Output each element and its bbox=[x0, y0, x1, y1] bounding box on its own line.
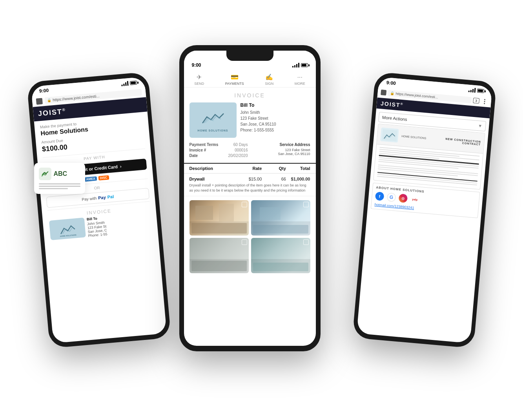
more-label: MORE bbox=[295, 82, 305, 86]
more-icon: ··· bbox=[297, 74, 303, 81]
discover-badge: DISC bbox=[98, 175, 109, 180]
home-icon bbox=[36, 98, 42, 104]
date-label: Date bbox=[190, 153, 198, 158]
joist-brand-left: JOIST® bbox=[38, 107, 66, 118]
right-battery-icon bbox=[477, 89, 484, 93]
dropdown-arrow-icon: ▼ bbox=[477, 123, 482, 128]
facebook-icon[interactable]: f bbox=[375, 192, 384, 201]
item-main-row: Drywall $15.00 66 $1,000.00 bbox=[190, 177, 310, 181]
nav-payments[interactable]: 💳 PAYMENTS bbox=[225, 73, 244, 86]
hs-logo-label: HOME SOLUTIONS bbox=[198, 129, 228, 132]
lock-icon: 🔒 bbox=[47, 98, 51, 102]
mini-bill-to: Bill To John Smith 123 Fake St San Jose,… bbox=[86, 212, 151, 239]
phone-left: 9:00 🔒 https: bbox=[26, 72, 171, 348]
sign-icon: ✍ bbox=[265, 73, 273, 81]
phone-right: 9:00 🔒 https: bbox=[352, 72, 496, 348]
meta-right-col: Service Address 123 Fake Street San Jose… bbox=[252, 142, 310, 159]
expand-icon-1[interactable] bbox=[242, 202, 247, 207]
yelp-label: yelp bbox=[412, 198, 417, 201]
google-icon[interactable]: G bbox=[386, 193, 396, 202]
invoice-title: INVOICE bbox=[184, 88, 316, 102]
meta-left-col: Payment Terms 60 Days Invoice # 000016 D… bbox=[190, 142, 248, 159]
notch bbox=[226, 51, 273, 61]
item-name: Drywall bbox=[190, 177, 238, 181]
phone-right-screen: 9:00 🔒 https: bbox=[356, 77, 492, 343]
client-phone: Phone: 1-555-5555 bbox=[241, 127, 310, 133]
payment-terms-row: Payment Terms 60 Days bbox=[190, 142, 248, 147]
instagram-icon[interactable]: ◎ bbox=[398, 194, 408, 203]
svg-rect-3 bbox=[381, 129, 397, 141]
invoice-num-label: Invoice # bbox=[190, 148, 206, 152]
item-qty: 66 bbox=[262, 177, 286, 181]
abc-icon bbox=[39, 168, 51, 180]
invoice-header-row: HOME SOLUTIONS Bill To John Smith 123 Fa… bbox=[184, 102, 316, 138]
photo-kitchen-1 bbox=[190, 200, 249, 236]
sign-label: SIGN bbox=[265, 82, 273, 86]
scene: 9:00 🔒 https: bbox=[46, 22, 477, 398]
meta-columns: Payment Terms 60 Days Invoice # 000016 D… bbox=[190, 142, 310, 159]
bill-to-heading: Bill To bbox=[241, 102, 310, 108]
dot-1 bbox=[484, 99, 485, 100]
invoice-logo-box: HOME SOLUTIONS bbox=[190, 102, 237, 138]
phone-center-screen: 9:00 ✈ SEND bbox=[184, 51, 316, 346]
invoice-num-row: Invoice # 000016 bbox=[190, 148, 248, 152]
battery-icon bbox=[129, 80, 137, 85]
tab-count[interactable]: 3 bbox=[473, 98, 479, 104]
menu-lines bbox=[39, 183, 80, 189]
mini-logo-svg: HOME SOLUTIONS bbox=[56, 220, 78, 238]
left-status-icons bbox=[121, 80, 137, 86]
nav-more[interactable]: ··· MORE bbox=[295, 74, 305, 86]
expand-icon-2[interactable] bbox=[303, 202, 309, 207]
dot-3 bbox=[483, 103, 485, 104]
contract-bold-line-1 bbox=[379, 155, 479, 164]
signal-icon bbox=[121, 81, 128, 86]
client-address: 123 Fake Street bbox=[241, 115, 310, 121]
line-item-drywall: Drywall $15.00 66 $1,000.00 Drywall inst… bbox=[184, 173, 316, 196]
item-total: $1,000.00 bbox=[286, 177, 310, 181]
payments-label: PAYMENTS bbox=[225, 82, 244, 86]
menu-line-1 bbox=[39, 183, 80, 184]
right-home-icon bbox=[381, 89, 386, 95]
line-items-header: Description Rate Qty Total bbox=[184, 163, 316, 173]
item-rate: $15.00 bbox=[238, 177, 262, 181]
photo-room-1 bbox=[190, 238, 249, 273]
hs-brand-name: HOME SOLUTIONS bbox=[401, 135, 439, 141]
expand-icon-3[interactable] bbox=[242, 239, 247, 245]
invoice-meta: Payment Terms 60 Days Invoice # 000016 D… bbox=[184, 142, 316, 159]
right-status-icons bbox=[468, 88, 484, 93]
date-row: Date 20/02/2020 bbox=[190, 153, 248, 158]
expand-icon-4[interactable] bbox=[303, 239, 309, 245]
more-dots-icon[interactable] bbox=[480, 98, 488, 106]
right-joist-sup: ® bbox=[400, 102, 404, 106]
contract-title: NEW CONSTRUCTION CONTRACT bbox=[442, 137, 481, 146]
abc-logo-row: ABC bbox=[39, 168, 80, 180]
date-value: 20/02/2020 bbox=[228, 153, 248, 158]
right-time: 9:00 bbox=[386, 80, 396, 86]
arrow-icon: › bbox=[120, 164, 122, 169]
google-label: G bbox=[389, 194, 394, 200]
url-text: https://www.joist.com/esti... bbox=[52, 94, 100, 102]
tools-icon bbox=[41, 170, 49, 178]
center-status-icons bbox=[292, 63, 308, 68]
col-description-header: Description bbox=[190, 166, 238, 171]
photo-bathroom bbox=[251, 238, 310, 273]
col-rate-header: Rate bbox=[238, 166, 262, 171]
nav-sign[interactable]: ✍ SIGN bbox=[265, 73, 273, 86]
send-label: SEND bbox=[194, 82, 204, 86]
nav-send[interactable]: ✈ SEND bbox=[194, 73, 204, 86]
yelp-icon[interactable]: yelp bbox=[410, 195, 419, 204]
bill-to-section: Bill To John Smith 123 Fake Street San J… bbox=[241, 102, 310, 138]
col-total-header: Total bbox=[286, 166, 310, 171]
home-solutions-logo-svg bbox=[199, 108, 227, 127]
contract-document: HOME SOLUTIONS NEW CONSTRUCTION CONTRACT bbox=[373, 124, 485, 190]
amex-badge: AMEX bbox=[84, 176, 97, 182]
photos-grid bbox=[184, 196, 316, 277]
payment-terms-label: Payment Terms bbox=[190, 142, 219, 147]
right-url-text: https://www.joist.com/esti... bbox=[395, 91, 438, 99]
center-signal-icon bbox=[292, 63, 299, 68]
invoice-num-value: 000016 bbox=[235, 148, 248, 152]
joist-sup: ® bbox=[62, 107, 66, 112]
center-battery-icon bbox=[301, 63, 308, 67]
left-time: 9:00 bbox=[39, 88, 49, 94]
payment-terms-value: 60 Days bbox=[233, 142, 248, 147]
